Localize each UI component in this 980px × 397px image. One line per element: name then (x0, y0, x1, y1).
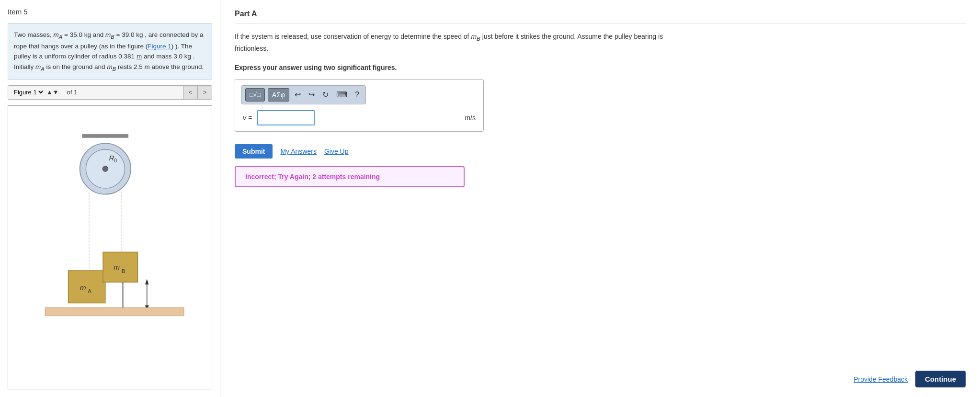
express-note: Express your answer using two significan… (235, 64, 966, 71)
ground (45, 307, 184, 316)
answer-input[interactable] (257, 110, 315, 125)
left-panel: Item 5 Two masses, mA = 35.0 kg and mB =… (0, 0, 220, 397)
submit-button[interactable]: Submit (235, 144, 273, 159)
fraction-sqrt-icon: □√□ (250, 91, 261, 98)
mb-text: m (114, 263, 120, 271)
help-btn[interactable]: ? (353, 89, 362, 101)
figure-prev-btn[interactable]: < (183, 86, 197, 99)
part-title: Part A (235, 10, 966, 23)
figure-next-btn[interactable]: > (197, 86, 212, 99)
mass-b-label: mB (105, 31, 114, 38)
dropdown-arrow: ▲▼ (46, 89, 59, 96)
ma-sub: A (88, 288, 91, 294)
symbol-btn[interactable]: ΑΣφ (268, 88, 289, 102)
height-arrow-up (145, 279, 149, 284)
action-row: Submit My Answers Give Up (235, 144, 966, 159)
feedback-text: Incorrect; Try Again; 2 attempts remaini… (245, 173, 380, 181)
diagram-svg: R 0 m A m B (8, 106, 212, 389)
unit-label: m/s (465, 114, 476, 122)
figure-selector: Figure 1 ▲▼ of 1 < > (8, 85, 212, 100)
keyboard-btn[interactable]: ⌨ (334, 89, 350, 101)
ma-text: m (80, 283, 86, 291)
figure-select-box[interactable]: Figure 1 ▲▼ (8, 86, 63, 99)
right-panel: Part A If the system is released, use co… (220, 0, 980, 397)
refresh-btn[interactable]: ↻ (320, 89, 331, 101)
my-answers-button[interactable]: My Answers (280, 147, 316, 155)
undo-icon: ↩ (295, 91, 301, 99)
keyboard-icon: ⌨ (336, 91, 347, 99)
help-icon: ? (355, 91, 359, 99)
mb-italic: mB (107, 63, 116, 70)
answer-toolbar: □√□ ΑΣφ ↩ ↪ ↻ ⌨ ? (241, 85, 366, 104)
refresh-icon: ↻ (322, 91, 329, 99)
figure-diagram: R 0 m A m B (8, 105, 212, 389)
input-row: v = m/s (241, 110, 478, 125)
undo-btn[interactable]: ↩ (292, 89, 303, 101)
mb-question: mB (471, 33, 480, 40)
mass-a-label: mA (54, 31, 63, 38)
figure-nav: < > (183, 86, 212, 99)
provide-feedback-button[interactable]: Provide Feedback (854, 375, 908, 383)
ma-block (68, 271, 105, 303)
r0-label: R (109, 154, 114, 162)
mb-sub: B (122, 268, 125, 273)
desc-text: Two masses, mA = 35.0 kg and mB = 39.0 k… (14, 31, 204, 70)
answer-container: □√□ ΑΣφ ↩ ↪ ↻ ⌨ ? v = m/s (235, 79, 484, 132)
figure-dropdown[interactable]: Figure 1 (12, 88, 45, 96)
redo-btn[interactable]: ↪ (306, 89, 317, 101)
ma-italic: mA (35, 63, 45, 70)
r0-sub: 0 (114, 158, 117, 163)
variable-label: v = (243, 114, 252, 122)
pulley-hub (103, 166, 108, 171)
item-title: Item 5 (8, 8, 212, 16)
feedback-box: Incorrect; Try Again; 2 attempts remaini… (235, 166, 465, 187)
give-up-button[interactable]: Give Up (324, 147, 349, 155)
mb-block (103, 252, 137, 282)
figure-link[interactable]: Figure 1 (148, 43, 171, 50)
bottom-bar: Provide Feedback Continue (235, 361, 966, 387)
figure-of: of 1 (63, 89, 183, 96)
redo-icon: ↪ (308, 91, 315, 99)
ceiling-bar (82, 134, 129, 138)
fraction-sqrt-btn[interactable]: □√□ (245, 88, 265, 102)
question-text: If the system is released, use conservat… (235, 31, 666, 54)
continue-button[interactable]: Continue (915, 371, 966, 387)
problem-description: Two masses, mA = 35.0 kg and mB = 39.0 k… (8, 23, 212, 79)
symbol-icon: ΑΣφ (272, 91, 285, 99)
